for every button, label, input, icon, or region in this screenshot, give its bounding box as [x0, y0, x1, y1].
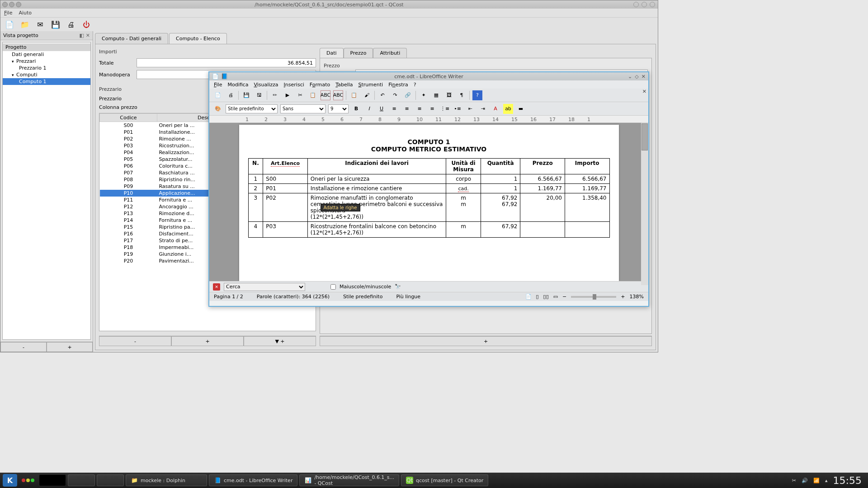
maximize-icon[interactable] [16, 2, 21, 7]
find-case-checkbox[interactable] [330, 284, 336, 290]
find-input[interactable]: Cerca [224, 283, 305, 291]
view-single-icon[interactable]: ▯ [536, 294, 539, 300]
project-tree[interactable]: Progetto Dati generali ▾Prezzari Prezzar… [2, 42, 91, 340]
clock[interactable]: 15:55 [833, 475, 862, 486]
paragraph-style-select[interactable]: Stile predefinito [226, 104, 278, 113]
save2-icon[interactable]: 💾 [241, 90, 251, 100]
tree-root[interactable]: Progetto [3, 43, 90, 51]
min-icon[interactable] [633, 2, 639, 7]
lo-vscrollbar[interactable] [641, 123, 648, 285]
totale-field[interactable] [137, 58, 316, 67]
list-insert-button[interactable]: ▼ + [244, 336, 316, 346]
list-num-icon[interactable]: ⋮≡ [440, 104, 450, 114]
styles-icon[interactable]: 🎨 [213, 104, 223, 114]
lo-ruler[interactable]: 1234567891011121314151617181 [209, 116, 648, 123]
max-icon[interactable] [642, 2, 647, 7]
lo-close-icon[interactable]: ✕ [642, 74, 646, 80]
lo-max-icon[interactable]: ◇ [635, 74, 638, 80]
col-codice[interactable]: Codice [100, 114, 157, 122]
list-remove-button[interactable]: - [99, 336, 171, 346]
list-add-button[interactable]: + [171, 336, 244, 346]
task-qtcreator[interactable]: Qtqcost [master] - Qt Creator [401, 474, 488, 486]
cut-icon[interactable]: ✂ [295, 90, 305, 100]
tree-computo1[interactable]: Computo 1 [3, 78, 90, 85]
status-lang[interactable]: Più lingue [396, 294, 420, 300]
highlight-icon[interactable]: ab [503, 104, 513, 114]
underline-icon[interactable]: U [377, 104, 387, 114]
lo-menu-help[interactable]: ? [414, 82, 416, 88]
close2-icon[interactable] [650, 2, 655, 7]
close-icon[interactable] [2, 2, 8, 7]
new-file-icon[interactable]: 📄 [4, 19, 15, 30]
task-qcost[interactable]: 📊/home/mockele/QCost_0.6.1_s...- QCost [299, 474, 399, 486]
nonprint-icon[interactable]: ¶ [457, 90, 467, 100]
tree-prezzari[interactable]: ▾Prezzari [3, 58, 90, 65]
edit-icon[interactable]: ✏ [270, 90, 280, 100]
save-all-icon[interactable]: 🖫 [254, 90, 264, 100]
lo-menu-file[interactable]: File [214, 82, 222, 88]
print2-icon[interactable]: 🖨 [226, 90, 236, 100]
tab-attributi[interactable]: Attributi [373, 48, 407, 58]
status-style[interactable]: Stile predefinito [343, 294, 382, 300]
redo-icon[interactable]: ↷ [390, 90, 400, 100]
paste-icon[interactable]: 📋 [349, 90, 359, 100]
hyperlink-icon[interactable]: 🔗 [403, 90, 413, 100]
zoom-out-icon[interactable]: − [562, 294, 566, 300]
indent-inc-icon[interactable]: ⇥ [478, 104, 488, 114]
save-icon[interactable]: 💾 [50, 19, 61, 30]
undo-icon[interactable]: ↶ [377, 90, 387, 100]
help-icon[interactable]: ? [472, 90, 482, 100]
bg-color-icon[interactable]: ▬ [516, 104, 526, 114]
status-words[interactable]: Parole (caratteri): 364 (2256) [257, 294, 330, 300]
lo-menu-visualizza[interactable]: Visualizza [254, 82, 278, 88]
italic-icon[interactable]: I [364, 104, 374, 114]
lo-menu-finestra[interactable]: Finestra [388, 82, 408, 88]
navigator-icon[interactable]: ✦ [419, 90, 429, 100]
view-book-icon[interactable]: ▭ [553, 294, 558, 300]
lo-menu-strumenti[interactable]: Strumenti [359, 82, 383, 88]
list-bullet-icon[interactable]: •≡ [453, 104, 462, 114]
align-center-icon[interactable]: ≡ [402, 104, 412, 114]
tab-dati[interactable]: Dati [320, 48, 344, 58]
mail-icon[interactable]: ✉ [35, 19, 46, 30]
lo-menu-formato[interactable]: Formato [310, 82, 330, 88]
font-select[interactable]: Sans [280, 104, 326, 113]
exit-icon[interactable]: ⏻ [81, 19, 92, 30]
detail-add-button[interactable]: + [320, 336, 652, 346]
lo-doc-close-icon[interactable]: ✕ [642, 89, 646, 94]
font-color-icon[interactable]: A [491, 104, 500, 114]
task-empty2[interactable] [97, 474, 124, 486]
pager[interactable] [39, 474, 66, 486]
indent-dec-icon[interactable]: ⇤ [465, 104, 475, 114]
bold-icon[interactable]: B [351, 104, 361, 114]
spellcheck-icon[interactable]: ABC [321, 90, 330, 100]
task-empty1[interactable] [68, 474, 95, 486]
zoom-slider[interactable] [571, 296, 616, 298]
lo-menu-inserisci[interactable]: Inserisci [284, 82, 304, 88]
tray-expand-icon[interactable]: ▴ [825, 478, 828, 483]
tree-add-button[interactable]: + [47, 342, 93, 352]
tree-prezzario1[interactable]: Prezzario 1 [3, 65, 90, 71]
gallery-icon[interactable]: 🖼 [444, 90, 454, 100]
lo-min-icon[interactable]: ⌄ [628, 74, 632, 80]
menu-help[interactable]: Aiuto [19, 10, 32, 16]
status-page[interactable]: Pagina 1 / 2 [214, 294, 243, 300]
tree-dati[interactable]: Dati generali [3, 51, 90, 58]
view-multi-icon[interactable]: ▯▯ [543, 294, 549, 300]
task-dolphin[interactable]: 📁mockele : Dolphin [126, 474, 207, 486]
print-icon[interactable]: 🖨 [66, 19, 76, 30]
tree-remove-button[interactable]: - [0, 342, 47, 352]
font-size-select[interactable]: 9 [328, 104, 349, 113]
status-insert-icon[interactable]: 📄 [525, 294, 532, 300]
tree-computi[interactable]: ▾Computi [3, 71, 90, 78]
volume-tray-icon[interactable]: 🔊 [802, 478, 808, 483]
tab-dati-generali[interactable]: Computo - Dati generali [95, 33, 168, 44]
kde-start-button[interactable]: K [3, 474, 17, 487]
zoom-in-icon[interactable]: + [621, 294, 625, 300]
play-icon[interactable]: ▶ [283, 90, 292, 100]
panel-close-icon[interactable]: ✕ [86, 33, 90, 38]
align-right-icon[interactable]: ≡ [415, 104, 425, 114]
open-folder-icon[interactable]: 📁 [19, 19, 30, 30]
lo-menu-modifica[interactable]: Modifica [227, 82, 248, 88]
task-writer[interactable]: 📘cme.odt - LibreOffice Writer [209, 474, 297, 486]
